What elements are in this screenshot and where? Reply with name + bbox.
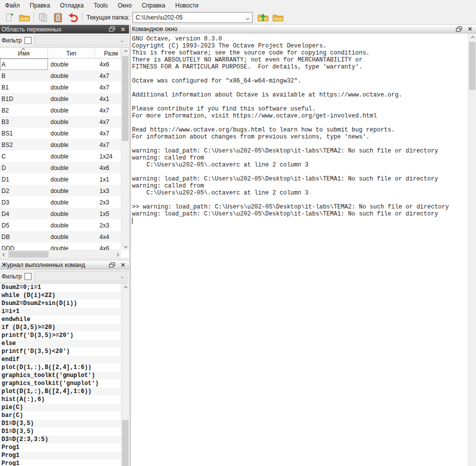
table-row[interactable]: B1Ddouble4x1 bbox=[0, 93, 121, 104]
table-row[interactable]: DBdouble4x4 bbox=[0, 231, 121, 242]
scrollbar-thumb[interactable] bbox=[8, 251, 48, 258]
table-row[interactable]: D1double1x1 bbox=[0, 174, 121, 185]
scroll-right-button[interactable] bbox=[113, 250, 121, 258]
variable-name-cell: BS1 bbox=[0, 128, 48, 139]
history-command[interactable]: Prog1 bbox=[0, 444, 129, 452]
table-row[interactable]: Bdouble4x7 bbox=[0, 70, 121, 82]
table-row[interactable]: Adouble4x6 bbox=[0, 58, 121, 70]
vertical-scrollbar[interactable] bbox=[468, 34, 476, 466]
paste-button[interactable] bbox=[50, 11, 66, 24]
copy-button[interactable] bbox=[36, 11, 50, 24]
close-icon[interactable]: ✕ bbox=[119, 26, 127, 33]
history-command[interactable]: printf('D(3,5)>=20') bbox=[0, 332, 129, 340]
scrollbar-thumb[interactable] bbox=[469, 42, 476, 90]
history-command[interactable]: endwhile bbox=[0, 316, 129, 324]
history-command[interactable]: D1=D(3,5) bbox=[0, 420, 129, 428]
current-folder-combobox[interactable]: C:\Users\u202-05 bbox=[132, 12, 252, 23]
history-command[interactable]: plot(D(1,:),B([2,4],1:6)) bbox=[0, 364, 129, 372]
browse-folder-button[interactable] bbox=[270, 11, 286, 24]
variable-name-cell: C bbox=[0, 150, 48, 162]
history-command[interactable]: pie(C) bbox=[0, 404, 129, 412]
horizontal-scrollbar[interactable] bbox=[0, 250, 121, 258]
table-row[interactable]: D5double2x3 bbox=[0, 220, 121, 231]
history-command[interactable]: Prog1 bbox=[0, 460, 129, 466]
variable-type-cell: double bbox=[48, 150, 95, 162]
menu-item-6[interactable]: Новости bbox=[170, 1, 203, 10]
variable-type-cell: double bbox=[48, 174, 95, 185]
menu-item-2[interactable]: Отладка bbox=[55, 1, 88, 10]
table-row[interactable]: D4double1x5 bbox=[0, 208, 121, 220]
scroll-up-button[interactable] bbox=[468, 34, 476, 42]
history-command[interactable]: graphics_toolkt('gnuplot') bbox=[0, 372, 129, 380]
table-row[interactable]: Cdouble1x24 bbox=[0, 150, 121, 162]
history-command[interactable]: i=i+1 bbox=[0, 308, 129, 316]
scrollbar-thumb[interactable] bbox=[122, 420, 128, 466]
filter-combobox[interactable] bbox=[34, 271, 127, 282]
filter-label: Фильтр bbox=[2, 273, 22, 280]
history-command[interactable]: else bbox=[0, 340, 129, 348]
undock-icon[interactable] bbox=[108, 262, 116, 268]
menu-item-3[interactable]: Tools bbox=[89, 1, 113, 10]
table-row[interactable]: BS2double4x7 bbox=[0, 139, 121, 150]
table-row[interactable]: B3double4x7 bbox=[0, 116, 121, 128]
table-row[interactable]: B2double4x7 bbox=[0, 104, 121, 116]
history-command[interactable]: endif bbox=[0, 356, 129, 364]
vertical-scrollbar[interactable] bbox=[121, 284, 129, 466]
menu-item-5[interactable]: Справка bbox=[136, 1, 170, 10]
undock-icon[interactable] bbox=[108, 26, 116, 33]
new-script-button[interactable] bbox=[2, 11, 17, 24]
scrollbar-thumb[interactable] bbox=[122, 56, 128, 141]
history-command[interactable]: D1=D(3,5) bbox=[0, 428, 129, 436]
close-icon[interactable]: ✕ bbox=[466, 26, 474, 32]
history-command[interactable]: while (D(i)<22) bbox=[0, 292, 129, 300]
filter-checkbox[interactable] bbox=[24, 37, 32, 44]
history-command[interactable]: Prog1 bbox=[0, 452, 129, 460]
history-command[interactable]: Dsum2=0;i=1 bbox=[0, 284, 129, 292]
chevron-down-icon bbox=[120, 275, 124, 278]
variable-size-cell: 4x7 bbox=[95, 116, 121, 128]
console-output[interactable]: GNU Octave, version 8.3.0 Copyright (C) … bbox=[130, 34, 476, 466]
table-row[interactable]: BS1double4x7 bbox=[0, 128, 121, 139]
history-command[interactable]: plot(D(1,:),B([2,4],1:6)) bbox=[0, 388, 129, 396]
history-command[interactable]: bar(C) bbox=[0, 412, 129, 420]
close-icon[interactable]: ✕ bbox=[119, 262, 127, 268]
vertical-scrollbar[interactable] bbox=[121, 48, 129, 250]
menu-item-1[interactable]: Правка bbox=[25, 1, 56, 10]
history-command[interactable]: if (D(3,5)>=20) bbox=[0, 324, 129, 332]
table-row[interactable]: D2double1x3 bbox=[0, 185, 121, 196]
scroll-left-button[interactable] bbox=[0, 250, 8, 258]
open-button[interactable] bbox=[17, 11, 32, 24]
variable-size-cell: 1x3 bbox=[95, 185, 121, 196]
history-command[interactable]: Dsum2=Dsum2+sin(D(i)) bbox=[0, 300, 129, 308]
variable-size-cell: 4x7 bbox=[95, 70, 121, 82]
variables-table: Имя Тип Разм Adouble4x6Bdouble4x7B1doubl… bbox=[0, 47, 129, 258]
history-command[interactable]: printf('D(3,5)<20') bbox=[0, 348, 129, 356]
column-header-size[interactable]: Разм bbox=[95, 48, 121, 58]
scroll-up-button[interactable] bbox=[122, 284, 129, 292]
menu-item-0[interactable]: Файл bbox=[0, 1, 25, 10]
menu-item-4[interactable]: Окно bbox=[113, 1, 137, 10]
copy-icon bbox=[38, 12, 48, 22]
history-command[interactable]: graphics_toolkit('gnuplot') bbox=[0, 380, 129, 388]
table-row[interactable]: B1double4x7 bbox=[0, 82, 121, 93]
variable-size-cell: 4x1 bbox=[95, 93, 121, 104]
filter-checkbox[interactable] bbox=[24, 273, 32, 280]
command-history-panel: Журнал выполненных команд ✕ Фильтр Dsum2… bbox=[0, 261, 129, 466]
filter-combobox[interactable] bbox=[34, 35, 127, 46]
history-command[interactable]: hist(A(:),6) bbox=[0, 396, 129, 404]
scroll-down-button[interactable] bbox=[122, 242, 129, 250]
undock-icon[interactable] bbox=[455, 26, 463, 32]
toolbar-separator bbox=[34, 12, 34, 22]
column-header-name[interactable]: Имя bbox=[0, 48, 48, 58]
table-row[interactable]: DDDdouble4x6 bbox=[0, 242, 121, 250]
table-row[interactable]: Ddouble4x6 bbox=[0, 162, 121, 174]
scroll-up-button[interactable] bbox=[122, 48, 129, 56]
history-command[interactable]: D3=D(2:3,3:5) bbox=[0, 436, 129, 444]
column-header-type[interactable]: Тип bbox=[48, 48, 95, 58]
table-row[interactable]: D3double2x3 bbox=[0, 196, 121, 208]
filter-label: Фильтр bbox=[2, 37, 22, 44]
folder-up-button[interactable] bbox=[256, 11, 270, 24]
variable-type-cell: double bbox=[48, 139, 95, 150]
undo-button[interactable] bbox=[66, 11, 80, 24]
paste-icon bbox=[53, 12, 63, 22]
